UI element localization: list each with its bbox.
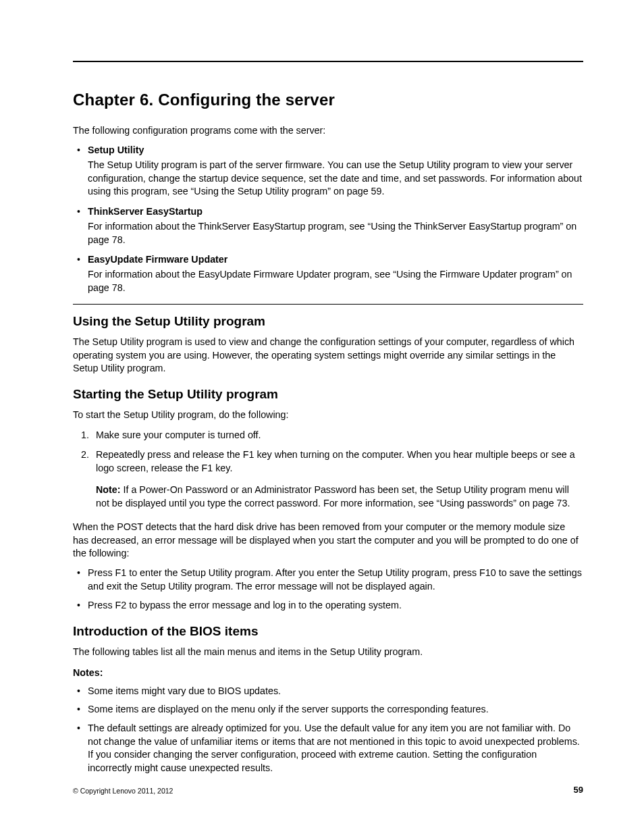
section-heading-using: Using the Setup Utility program: [73, 314, 583, 329]
notes-list: Some items might vary due to BIOS update…: [73, 685, 583, 775]
program-list: Setup Utility The Setup Utility program …: [73, 144, 583, 294]
section-using-body: The Setup Utility program is used to vie…: [73, 336, 583, 375]
step: Make sure your computer is turned off.: [73, 429, 583, 442]
note-label: Note:: [96, 484, 121, 495]
section-rule: [73, 304, 583, 305]
notes-label: Notes:: [73, 667, 583, 678]
section-heading-bios: Introduction of the BIOS items: [73, 624, 583, 639]
list-item: Press F2 to bypass the error message and…: [73, 599, 583, 613]
section-bios-intro: The following tables list all the main m…: [73, 646, 583, 658]
note-block: Note: If a Power-On Password or an Admin…: [73, 484, 583, 510]
item-body: The Setup Utility program is part of the…: [88, 159, 582, 197]
list-item: Some items are displayed on the menu onl…: [73, 703, 583, 716]
chapter-intro: The following configuration programs com…: [73, 124, 583, 137]
document-page: Chapter 6. Configuring the server The fo…: [0, 0, 644, 834]
list-item: Press F1 to enter the Setup Utility prog…: [73, 567, 583, 593]
chapter-title: Chapter 6. Configuring the server: [73, 90, 583, 109]
section-starting-intro: To start the Setup Utility program, do t…: [73, 409, 583, 421]
item-body: For information about the EasyUpdate Fir…: [88, 269, 572, 293]
note-body: If a Power-On Password or an Administrat…: [96, 484, 570, 509]
section-heading-starting: Starting the Setup Utility program: [73, 387, 583, 402]
item-head: Setup Utility: [88, 144, 583, 157]
page-number: 59: [574, 785, 583, 795]
step: Repeatedly press and release the F1 key …: [73, 448, 583, 475]
top-rule: [73, 61, 583, 62]
list-item: EasyUpdate Firmware Updater For informat…: [73, 253, 583, 294]
list-item: Setup Utility The Setup Utility program …: [73, 144, 583, 199]
item-head: EasyUpdate Firmware Updater: [88, 253, 583, 267]
list-item: ThinkServer EasyStartup For information …: [73, 205, 583, 246]
item-head: ThinkServer EasyStartup: [88, 205, 583, 219]
page-footer: © Copyright Lenovo 2011, 2012 59: [73, 785, 583, 795]
post-paragraph: When the POST detects that the hard disk…: [73, 521, 583, 560]
post-bullets: Press F1 to enter the Setup Utility prog…: [73, 567, 583, 612]
list-item: Some items might vary due to BIOS update…: [73, 685, 583, 698]
list-item: The default settings are already optimiz…: [73, 722, 583, 775]
item-body: For information about the ThinkServer Ea…: [88, 221, 576, 245]
copyright: © Copyright Lenovo 2011, 2012: [73, 787, 173, 795]
steps-list: Make sure your computer is turned off. R…: [73, 429, 583, 475]
